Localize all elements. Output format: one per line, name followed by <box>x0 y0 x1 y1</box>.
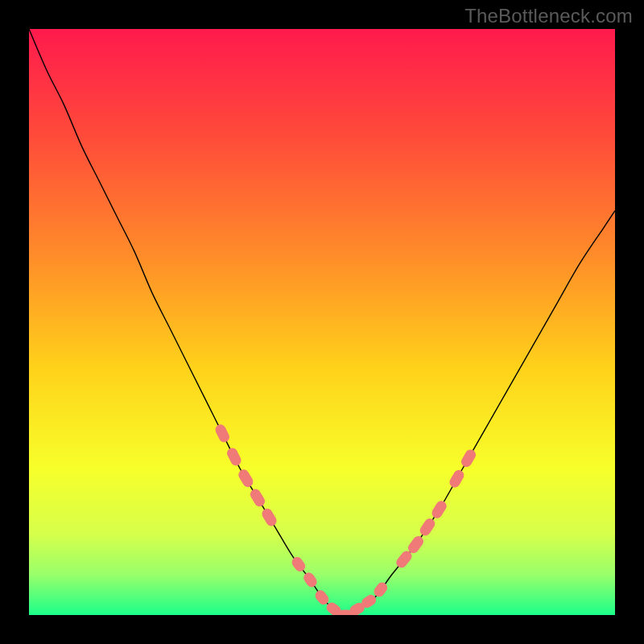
curve-marker <box>249 488 266 508</box>
curve-marker <box>302 572 318 589</box>
curve-marker <box>214 423 231 444</box>
curve-marker <box>373 581 389 599</box>
curve-marker <box>448 469 465 489</box>
curve-marker <box>460 448 477 469</box>
marker-group-left <box>214 423 278 527</box>
plot-svg <box>29 29 615 615</box>
curve-marker <box>226 447 243 467</box>
bottleneck-curve <box>29 29 615 615</box>
curve-marker <box>419 517 436 537</box>
watermark-text: TheBottleneck.com <box>464 5 633 27</box>
marker-group-valley <box>291 555 389 615</box>
curve-marker <box>407 535 425 555</box>
curve-marker <box>431 499 448 519</box>
plot-frame <box>29 29 615 615</box>
curve-marker <box>291 555 307 573</box>
curve-marker <box>237 469 255 489</box>
marker-group-right <box>394 448 477 569</box>
curve-marker <box>261 507 279 527</box>
chart-stage: TheBottleneck.com <box>0 0 644 644</box>
